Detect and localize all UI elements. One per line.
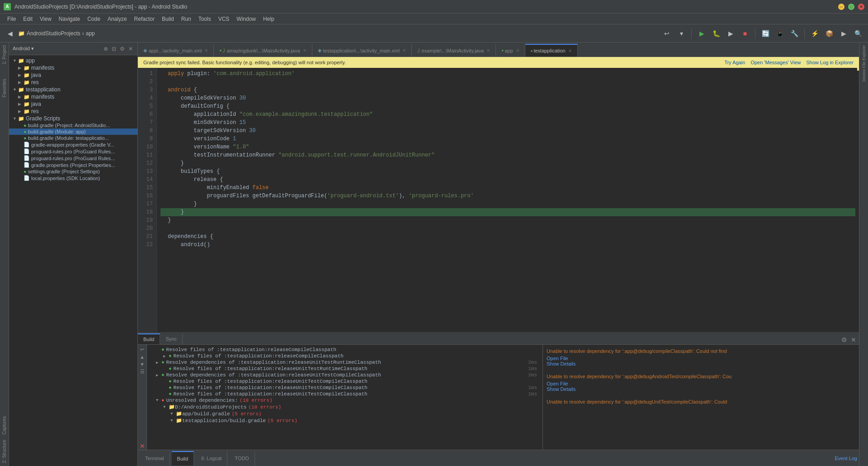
tab-build[interactable]: Build: [138, 333, 160, 344]
structure-label[interactable]: 2: Structure: [1, 437, 8, 466]
tree-item-proguard2[interactable]: 📄 proguard-rules.pro (ProGuard Rules...: [9, 155, 137, 162]
tree-item-gradle-scripts[interactable]: ▼ 📁 Gradle Scripts: [9, 115, 137, 122]
device-file-explorer-label[interactable]: Device File Explorer: [861, 43, 867, 85]
build-item-2[interactable]: ▶ ● Resolve files of :testapplication:re…: [149, 353, 541, 359]
menu-vcs[interactable]: VCS: [215, 15, 233, 23]
code-content[interactable]: apply plugin: 'com.android.application' …: [157, 68, 859, 332]
menu-code[interactable]: Code: [84, 15, 104, 23]
sync-button[interactable]: ↩: [660, 27, 673, 40]
build-item-unresolved[interactable]: ▼ ● Unresolved dependencies: (10 errors): [149, 397, 541, 404]
tree-item-proguard1[interactable]: 📄 proguard-rules.pro (ProGuard Rules...: [9, 148, 137, 155]
try-again-link[interactable]: Try Again: [724, 60, 745, 65]
sdk-btn[interactable]: 🔧: [788, 27, 801, 40]
build-item-1[interactable]: ● Resolve files of :testapplication:rele…: [149, 347, 541, 353]
debug-button[interactable]: 🐛: [710, 27, 722, 40]
menu-view[interactable]: View: [36, 15, 55, 23]
tab-close-4[interactable]: ✕: [486, 48, 490, 53]
show-log-link[interactable]: Show Log in Explorer: [806, 60, 854, 65]
tree-item-gradle-wrapper[interactable]: 📄 gradle-wrapper.properties (Gradle V...: [9, 141, 137, 148]
run2-btn[interactable]: ▶: [837, 27, 850, 40]
tab-close-3[interactable]: ✕: [402, 48, 406, 53]
event-log-label[interactable]: Event Log: [835, 456, 857, 461]
tab-app-gradle[interactable]: ● app ✕: [496, 44, 525, 57]
captures-label[interactable]: Captures: [1, 414, 8, 437]
build-item-dir[interactable]: ▼ 📁 D:/AndroidStudioProjects (10 errors): [149, 404, 541, 410]
menu-run[interactable]: Run: [178, 15, 195, 23]
close-button[interactable]: ✕: [858, 4, 864, 10]
tree-item-testapp-manifests[interactable]: ▶ 📁 manifests: [9, 93, 137, 100]
back-button[interactable]: ◀: [4, 27, 16, 40]
menu-build[interactable]: Build: [158, 15, 178, 23]
bottom-icon-filter[interactable]: ☰: [140, 369, 145, 375]
avd-btn[interactable]: 📱: [774, 27, 786, 40]
tab-close-6[interactable]: ✕: [568, 48, 572, 53]
tab-mainactivity-java[interactable]: ● J amazingdunk\...\MainActivity.java ✕: [214, 44, 312, 57]
bottom-icon-up[interactable]: ▲: [140, 354, 145, 360]
dropdown-btn[interactable]: ▾: [675, 27, 688, 40]
tree-item-testapp-res[interactable]: ▶ 📁 res: [9, 108, 137, 115]
run-button[interactable]: ▶: [695, 27, 708, 40]
menu-file[interactable]: File: [4, 15, 19, 23]
bottom-panel-close-btn[interactable]: ✕: [850, 335, 857, 344]
tree-item-build-gradle-app[interactable]: ● build.gradle (Module: app): [9, 128, 137, 135]
stop-button[interactable]: ■: [739, 27, 751, 40]
tree-item-res[interactable]: ▶ 📁 res: [9, 79, 137, 86]
menu-refactor[interactable]: Refactor: [131, 15, 158, 23]
tree-item-app[interactable]: ▼ 📁 app: [9, 57, 137, 64]
profile-btn[interactable]: ⚡: [808, 27, 821, 40]
tree-item-settings-gradle[interactable]: ● settings.gradle (Project Settings): [9, 168, 137, 175]
locate-file-btn[interactable]: ⊕: [103, 45, 109, 53]
open-messages-link[interactable]: Open 'Messages' View: [750, 60, 801, 65]
tree-item-java[interactable]: ▶ 📁 java: [9, 71, 137, 79]
settings-btn[interactable]: ⚙: [119, 45, 126, 53]
open-file-link-2[interactable]: Open File: [547, 381, 855, 386]
tab-build-strip[interactable]: Build: [172, 451, 194, 466]
build-item-app-build[interactable]: ▼ 📁 app/build.gradle (5 errors): [149, 410, 541, 417]
tab-sync[interactable]: Sync: [160, 333, 182, 344]
menu-tools[interactable]: Tools: [195, 15, 215, 23]
minimize-button[interactable]: ─: [838, 4, 844, 10]
build-apk-btn[interactable]: 📦: [823, 27, 835, 40]
tab-close-1[interactable]: ✕: [204, 48, 208, 53]
bottom-icon-error[interactable]: ✕: [140, 442, 145, 450]
search-everywhere-btn[interactable]: 🔍: [852, 27, 864, 40]
favorites-label[interactable]: Favorites: [1, 76, 8, 100]
window-controls[interactable]: ─ □ ✕: [838, 4, 864, 10]
project-view-label[interactable]: 1: Project: [1, 43, 8, 67]
tab-logcat[interactable]: 6: Logcat: [196, 451, 227, 466]
tab-todo[interactable]: TODO: [229, 451, 255, 466]
tab-example-java[interactable]: J example\...\MainActivity.java ✕: [412, 44, 496, 57]
tree-item-gradle-props[interactable]: 📄 gradle.properties (Project Properties.…: [9, 162, 137, 168]
build-item-4[interactable]: ● Resolve files of :testapplication:rele…: [149, 366, 541, 372]
tree-item-local-props[interactable]: 📄 local.properties (SDK Location): [9, 175, 137, 181]
show-details-link-1[interactable]: Show Details: [547, 361, 855, 366]
build-item-7[interactable]: ● Resolve files of :testapplication:rele…: [149, 385, 541, 391]
bottom-icon-down[interactable]: ▼: [140, 361, 145, 367]
open-file-link-1[interactable]: Open File: [547, 356, 855, 361]
show-details-link-2[interactable]: Show Details: [547, 386, 855, 392]
menu-navigate[interactable]: Navigate: [55, 15, 84, 23]
tab-testapp-xml[interactable]: ◈ testapplication\...\activity_main.xml …: [312, 44, 412, 57]
tree-item-testapp-java[interactable]: ▶ 📁 java: [9, 100, 137, 108]
build-item-6[interactable]: ● Resolve files of :testapplication:rele…: [149, 378, 541, 385]
build-item-testapp-build[interactable]: ▼ 📁 testapplication/build.gradle (5 erro…: [149, 417, 541, 424]
close-panel-btn[interactable]: ✕: [127, 45, 134, 53]
tab-close-5[interactable]: ✕: [516, 48, 519, 53]
menu-edit[interactable]: Edit: [19, 15, 36, 23]
tree-item-manifests[interactable]: ▶ 📁 manifests: [9, 64, 137, 71]
tree-item-build-gradle-testapp[interactable]: ● build.gradle (Module: testapplicatio..…: [9, 135, 137, 141]
build-item-5[interactable]: ▶ ● Resolve dependencies of :testapplica…: [149, 372, 541, 378]
tab-testapplication-gradle[interactable]: ● testapplication ✕: [525, 44, 578, 57]
tab-close-2[interactable]: ✕: [303, 48, 307, 53]
tab-activity-main-xml[interactable]: ◈ app\...\activity_main.xml ✕: [138, 44, 214, 57]
tree-item-build-gradle-project[interactable]: ● build.gradle (Project: AndroidStudio..…: [9, 122, 137, 128]
tree-item-testapp[interactable]: ▼ 📁 testapplication: [9, 86, 137, 93]
bottom-icon-restart[interactable]: ↩: [140, 347, 144, 352]
build-item-3[interactable]: ▶ ● Resolve dependencies of :testapplica…: [149, 359, 541, 366]
build-output[interactable]: ● Resolve files of :testapplication:rele…: [147, 345, 542, 450]
run-with-coverage[interactable]: ▶: [724, 27, 737, 40]
bottom-panel-settings-btn[interactable]: ⚙: [840, 335, 848, 344]
project-name[interactable]: AndroidStudioProjects: [27, 30, 80, 37]
menu-help[interactable]: Help: [259, 15, 278, 23]
sync-project-btn[interactable]: 🔄: [759, 27, 772, 40]
